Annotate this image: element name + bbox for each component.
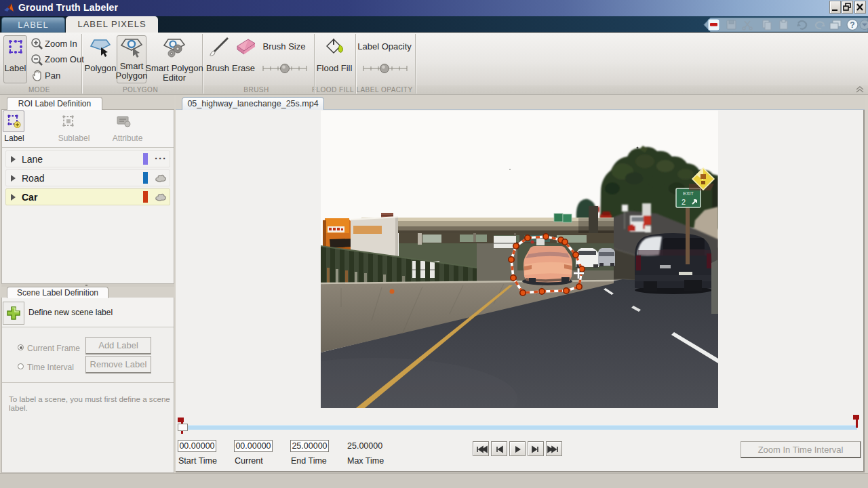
svg-text:?: ? — [850, 20, 854, 30]
svg-text:EXIT: EXIT — [683, 191, 694, 196]
svg-text:2: 2 — [682, 198, 686, 206]
